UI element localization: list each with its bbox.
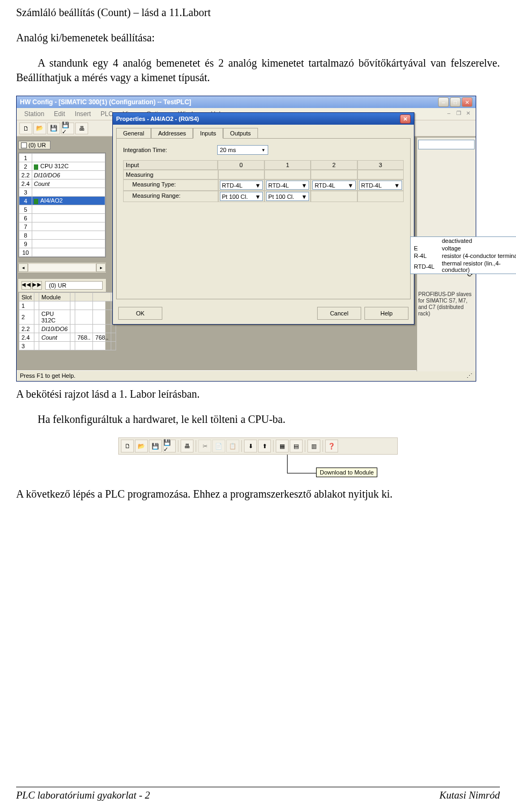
rack-label[interactable]: (0) UR — [18, 141, 51, 149]
measuring-type-dropdown-list[interactable]: deactivatedEvoltageR-4Lresistor (4-condu… — [410, 236, 516, 274]
screenshot-hwconfig: HW Config - [SIMATIC 300(1) (Configurati… — [16, 96, 478, 382]
dropdown-option[interactable]: R-4Lresistor (4-conductor terminal) — [411, 252, 516, 260]
ok-button[interactable]: OK — [118, 307, 162, 320]
rack-selector[interactable]: (0) UR — [45, 281, 103, 290]
tb2-catalog-icon[interactable]: ▥ — [307, 440, 320, 452]
rack-row[interactable]: 3 — [19, 188, 105, 197]
tb2-save-icon[interactable]: 💾 — [149, 440, 162, 452]
tab-inputs[interactable]: Inputs — [193, 128, 223, 139]
rack-row[interactable]: 2.4Count — [19, 179, 105, 188]
paragraph: A bekötési rajzot lásd a 1. Labor leírás… — [16, 387, 500, 401]
integration-time-label: Integration Time: — [123, 147, 212, 153]
scroll-right-icon[interactable]: ▸ — [96, 263, 106, 272]
resize-grip-icon[interactable]: ⋰ — [467, 372, 472, 379]
cancel-button[interactable]: Cancel — [317, 307, 361, 320]
rack-row[interactable]: 6 — [19, 214, 105, 222]
toolbar-new-icon[interactable]: 🗋 — [19, 123, 32, 134]
rack-row[interactable]: 2CPU 312C — [19, 162, 105, 171]
slot-table: SlotModule12CPU 312C2.2DI10/DO62.4Count7… — [18, 292, 106, 351]
section-heading: Analóg ki/bemenetek beállítása: — [16, 31, 500, 45]
slot-row[interactable]: 2.4Count768..768.. — [19, 333, 116, 342]
paragraph: A következő lépés a PLC programozása. Eh… — [16, 487, 500, 501]
mtype-0-select[interactable]: RTD-4L▼ — [220, 181, 263, 190]
rack-row[interactable]: 1 — [19, 154, 105, 162]
dropdown-option[interactable]: Evoltage — [411, 245, 516, 252]
paragraph: Ha felkonfiguráltuk a hardwaret, le kell… — [16, 412, 500, 427]
menu-insert[interactable]: Insert — [70, 109, 95, 119]
tb2-copy-icon[interactable]: 📄 — [212, 440, 225, 452]
toolbar-2: 🗋 📂 💾 💾✓ 🖶 ✂ 📄 📋 ⬇ ⬆ ▦ ▤ ▥ ❓ — [118, 437, 398, 455]
nav-next-icon[interactable]: ⯈⯈ — [32, 281, 42, 290]
tooltip-download: Download to Module — [316, 468, 377, 477]
tb2-help-icon[interactable]: ❓ — [325, 440, 338, 452]
mtype-1-select[interactable]: RTD-4L▼ — [266, 181, 309, 190]
statusbar: Press F1 to get Help. ⋰ — [17, 370, 476, 381]
slot-row[interactable]: 2CPU 312C — [19, 310, 116, 325]
slot-row[interactable]: 1 — [19, 301, 116, 310]
mrange-0-select[interactable]: Pt 100 Cl.▼ — [220, 192, 263, 201]
rack-row[interactable]: 7 — [19, 222, 105, 231]
tab-general[interactable]: General — [116, 128, 151, 138]
tb2-open-icon[interactable]: 📂 — [135, 440, 148, 452]
tb2-new-icon[interactable]: 🗋 — [121, 440, 134, 452]
tb2-cut-icon[interactable]: ✂ — [198, 440, 211, 452]
catalog-search-input[interactable] — [418, 140, 475, 149]
toolbar-save-icon[interactable]: 💾 — [47, 123, 60, 134]
window-close-button[interactable]: ✕ — [462, 97, 472, 107]
rack-row[interactable]: 4AI4/AO2 — [19, 197, 105, 205]
tb2-download-icon[interactable]: ⬇ — [244, 440, 257, 452]
dropdown-option[interactable]: RTD-4Lthermal resistor (lin.,4-conductor… — [411, 260, 516, 274]
tb2-upload-icon[interactable]: ⬆ — [258, 440, 271, 452]
tb2-netconfig-icon[interactable]: ▤ — [290, 440, 303, 452]
h-scrollbar[interactable]: ◂ ▸ — [18, 263, 106, 272]
menu-edit[interactable]: Edit — [49, 109, 69, 119]
mtype-2-select[interactable]: RTD-4L▼ — [312, 181, 355, 190]
toolbar-open-icon[interactable]: 📂 — [33, 123, 46, 134]
grid-row-measuring-type: Measuring Type: — [123, 179, 218, 191]
properties-dialog: Properties - AI4/AO2 - (R0/S4) ✕ General… — [112, 112, 414, 325]
help-button[interactable]: Help — [364, 307, 408, 320]
rack-row[interactable]: 8 — [19, 231, 105, 240]
toolbar-print-icon[interactable]: 🖶 — [75, 123, 88, 134]
toolbar-savecompile-icon[interactable]: 💾✓ — [61, 123, 74, 134]
tb2-paste-icon[interactable]: 📋 — [226, 440, 239, 452]
rack-row[interactable]: 5 — [19, 205, 105, 214]
footer-left: PLC laboratóriumi gyakorlat - 2 — [16, 789, 150, 801]
menu-station[interactable]: Station — [20, 109, 48, 119]
nav-first-icon[interactable]: ⯇⯇ — [22, 281, 31, 290]
dialog-close-button[interactable]: ✕ — [400, 114, 411, 124]
catalog-description: PROFIBUS-DP slaves for SIMATIC S7, M7, a… — [418, 291, 475, 317]
slot-row[interactable]: 2.2DI10/DO6 — [19, 325, 116, 333]
mtype-3-select[interactable]: RTD-4L▼ — [359, 181, 402, 190]
tb2-savecompile-icon[interactable]: 💾✓ — [163, 440, 176, 452]
integration-time-select[interactable]: 20 ms▼ — [217, 145, 268, 155]
tab-outputs[interactable]: Outputs — [223, 128, 258, 138]
grid-header-2: 2 — [311, 160, 357, 170]
mdi-restore-icon[interactable]: ❐ — [454, 109, 463, 117]
screenshot-toolbar: 🗋 📂 💾 💾✓ 🖶 ✂ 📄 📋 ⬇ ⬆ ▦ ▤ ▥ ❓ Download to… — [118, 437, 398, 455]
window-title: HW Config - [SIMATIC 300(1) (Configurati… — [20, 98, 191, 106]
tb2-print-icon[interactable]: 🖶 — [181, 440, 194, 452]
page-footer: PLC laboratóriumi gyakorlat - 2 Kutasi N… — [16, 787, 500, 801]
rack-table: 12CPU 312C2.2DI10/DO62.4Count34AI4/AO256… — [18, 153, 106, 257]
window-maximize-button[interactable]: □ — [450, 97, 461, 107]
scroll-left-icon[interactable]: ◂ — [18, 263, 28, 272]
mrange-1-select[interactable]: Pt 100 Cl.▼ — [266, 192, 309, 201]
grid-header-1: 1 — [264, 160, 311, 170]
rack-row[interactable]: 10 — [19, 248, 105, 257]
input-grid: Input 0 1 2 3 Measuring Measuring Type: — [123, 160, 404, 202]
mdi-close-icon[interactable]: ✕ — [464, 109, 472, 117]
rack-row[interactable]: 9 — [19, 240, 105, 248]
window-minimize-button[interactable]: – — [438, 97, 449, 107]
rack-row[interactable]: 2.2DI10/DO6 — [19, 171, 105, 179]
mdi-minimize-icon[interactable]: – — [445, 109, 453, 117]
grid-row-measuring-range: Measuring Range: — [123, 191, 218, 202]
dialog-tabs: General Addresses Inputs Outputs — [113, 125, 414, 138]
footer-right: Kutasi Nimród — [440, 789, 500, 801]
tab-addresses[interactable]: Addresses — [151, 128, 193, 138]
slot-row[interactable]: 3 — [19, 342, 116, 350]
tb2-module-icon[interactable]: ▦ — [276, 440, 289, 452]
grid-group-measuring: Measuring — [123, 170, 218, 179]
dropdown-option[interactable]: deactivated — [411, 237, 516, 245]
callout-line — [287, 455, 288, 473]
